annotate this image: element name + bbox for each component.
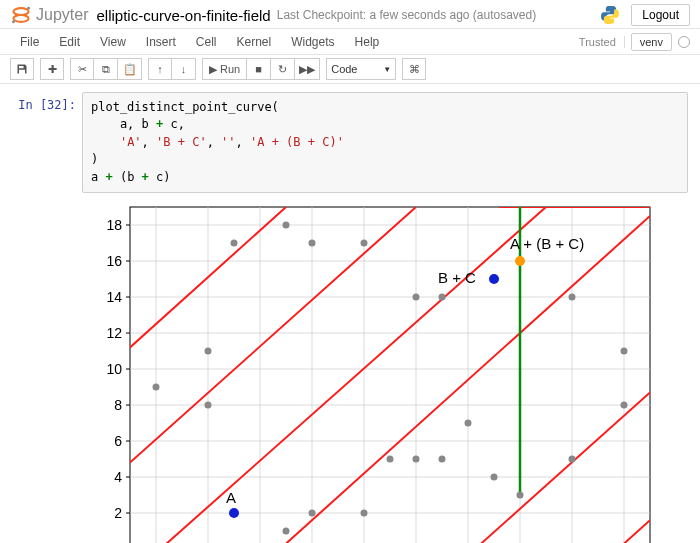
svg-text:18: 18	[106, 217, 122, 233]
svg-text:16: 16	[106, 253, 122, 269]
svg-point-96	[569, 455, 576, 462]
svg-point-75	[205, 347, 212, 354]
jupyter-logo[interactable]: Jupyter	[10, 4, 88, 26]
svg-text:6: 6	[114, 433, 122, 449]
svg-point-84	[361, 509, 368, 516]
notebook-name[interactable]: elliptic-curve-on-finite-field	[96, 7, 270, 24]
svg-point-101	[489, 274, 499, 284]
chart-prompt-spacer	[12, 197, 82, 203]
menu-cell[interactable]: Cell	[186, 31, 227, 53]
run-label: Run	[220, 63, 240, 75]
svg-point-103	[515, 256, 525, 266]
menu-help[interactable]: Help	[345, 31, 390, 53]
celltype-select[interactable]: Code ▼	[326, 58, 396, 80]
jupyter-word: Jupyter	[36, 6, 88, 24]
svg-point-3	[12, 21, 15, 24]
svg-text:12: 12	[106, 325, 122, 341]
svg-text:2: 2	[114, 505, 122, 521]
command-palette-button[interactable]: ⌘	[402, 58, 426, 80]
svg-point-93	[517, 491, 524, 498]
cut-button[interactable]: ✂	[70, 58, 94, 80]
menu-edit[interactable]: Edit	[49, 31, 90, 53]
copy-button[interactable]: ⧉	[94, 58, 118, 80]
checkpoint-status: Last Checkpoint: a few seconds ago (auto…	[277, 8, 537, 22]
move-up-button[interactable]: ↑	[148, 58, 172, 80]
logout-button[interactable]: Logout	[631, 4, 690, 26]
paste-button[interactable]: 📋	[118, 58, 142, 80]
svg-text:8: 8	[114, 397, 122, 413]
code-input-area[interactable]: plot_distinct_point_curve( a, b + c, 'A'…	[82, 92, 688, 193]
svg-point-83	[361, 239, 368, 246]
svg-point-76	[205, 401, 212, 408]
menu-widgets[interactable]: Widgets	[281, 31, 344, 53]
kernel-idle-icon[interactable]	[678, 36, 690, 48]
svg-point-85	[387, 455, 394, 462]
restart-run-all-button[interactable]: ▶▶	[295, 58, 320, 80]
svg-point-87	[413, 455, 420, 462]
svg-point-80	[283, 221, 290, 228]
interrupt-button[interactable]: ■	[247, 58, 271, 80]
move-down-button[interactable]: ↓	[172, 58, 196, 80]
input-prompt: In [32]:	[12, 92, 82, 112]
kernel-name-label: venv	[640, 36, 663, 48]
svg-point-97	[621, 347, 628, 354]
svg-point-98	[621, 401, 628, 408]
run-button[interactable]: ▶ Run	[202, 58, 247, 80]
svg-text:10: 10	[106, 361, 122, 377]
svg-point-82	[309, 509, 316, 516]
chart-output: 024681012141618024681012141618AB + CA + …	[82, 197, 662, 543]
svg-text:A: A	[226, 489, 236, 506]
celltype-label: Code	[331, 63, 357, 75]
chevron-down-icon: ▼	[383, 65, 391, 74]
svg-point-95	[569, 293, 576, 300]
svg-point-1	[13, 15, 28, 22]
insert-cell-button[interactable]: ✚	[40, 58, 64, 80]
svg-text:4: 4	[114, 469, 122, 485]
svg-point-88	[439, 455, 446, 462]
svg-point-79	[283, 527, 290, 534]
menu-view[interactable]: View	[90, 31, 136, 53]
trusted-indicator[interactable]: Trusted	[579, 36, 625, 48]
menu-kernel[interactable]: Kernel	[227, 31, 282, 53]
svg-point-90	[465, 419, 472, 426]
menu-file[interactable]: File	[10, 31, 49, 53]
svg-point-99	[229, 508, 239, 518]
restart-button[interactable]: ↻	[271, 58, 295, 80]
svg-point-2	[27, 7, 30, 10]
menu-insert[interactable]: Insert	[136, 31, 186, 53]
kernel-name-button[interactable]: venv	[631, 33, 672, 51]
svg-point-78	[231, 239, 238, 246]
svg-point-86	[413, 293, 420, 300]
python-kernel-icon	[599, 4, 621, 26]
svg-point-81	[309, 239, 316, 246]
svg-point-89	[439, 293, 446, 300]
svg-text:B + C: B + C	[438, 269, 476, 286]
svg-point-92	[491, 473, 498, 480]
svg-text:A + (B + C): A + (B + C)	[510, 235, 584, 252]
svg-point-74	[153, 383, 160, 390]
svg-text:14: 14	[106, 289, 122, 305]
save-button[interactable]	[10, 58, 34, 80]
